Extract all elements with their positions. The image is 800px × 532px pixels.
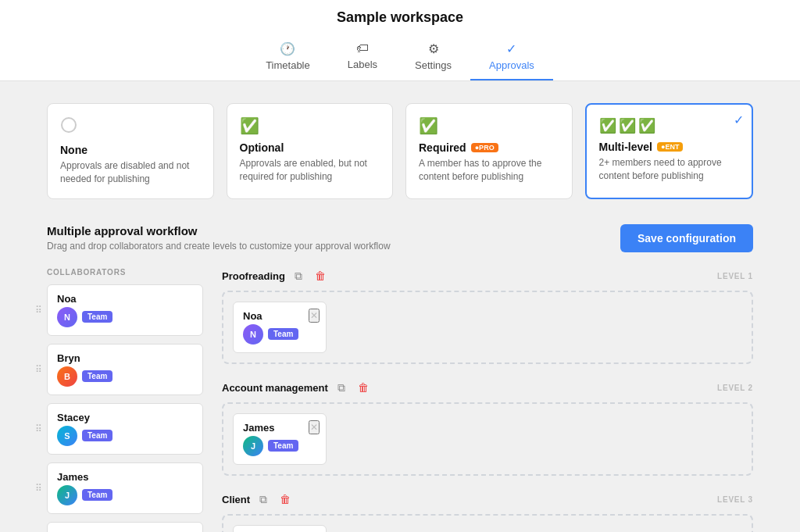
- check-icon-1: ✅: [599, 117, 616, 134]
- level-1-avatar-noa: N: [243, 324, 263, 345]
- level-1-member-noa-close[interactable]: ✕: [309, 309, 320, 323]
- svg-point-0: [62, 118, 76, 132]
- workflow-title: Multiple approval workflow: [47, 224, 391, 237]
- approval-card-required[interactable]: ✅ Required ●PRO A member has to approve …: [405, 103, 573, 199]
- avatar-bryn: B: [57, 366, 77, 387]
- level-1-delete-button[interactable]: 🗑: [312, 268, 329, 284]
- tab-approvals[interactable]: ✓ Approvals: [470, 35, 553, 80]
- collaborator-bryn[interactable]: ⠿ Bryn B Team: [47, 344, 203, 395]
- level-2-tag-james: Team: [268, 440, 298, 452]
- tag-bryn: Team: [82, 370, 112, 382]
- level-3-copy-button[interactable]: ⧉: [256, 491, 270, 508]
- workflow-header: Multiple approval workflow Drag and drop…: [47, 224, 753, 252]
- approval-card-multilevel[interactable]: ✓ ✅ ✅ ✅ Multi-level ●ENT 2+ members need…: [585, 103, 754, 199]
- collab-name-bryn: Bryn: [57, 352, 112, 364]
- settings-icon: ⚙: [428, 41, 439, 56]
- avatar-noa: N: [57, 307, 77, 327]
- level-1-title: Proofreading: [222, 270, 285, 282]
- top-bar: Sample workspace 🕐 Timetable 🏷 Labels ⚙ …: [0, 0, 800, 81]
- collaborator-stacey[interactable]: ⠿ Stacey S Team: [47, 403, 203, 455]
- approvals-icon: ✓: [506, 41, 516, 56]
- level-1-section: Proofreading ⧉ 🗑 LEVEL 1 ✕ Noa N Team: [222, 268, 753, 364]
- drag-handle-bryn[interactable]: ⠿: [35, 364, 42, 375]
- level-1-label: LEVEL 1: [717, 272, 753, 280]
- tab-timetable-label: Timetable: [266, 59, 310, 71]
- level-1-copy-button[interactable]: ⧉: [291, 268, 305, 284]
- level-1-member-noa-name: Noa: [243, 310, 298, 322]
- drag-handle-james[interactable]: ⠿: [35, 483, 42, 494]
- level-3-delete-button[interactable]: 🗑: [277, 491, 294, 507]
- tab-approvals-label: Approvals: [489, 59, 534, 71]
- main-content: None Approvals are disabled and not need…: [0, 81, 800, 532]
- tag-noa: Team: [82, 311, 112, 323]
- level-2-label: LEVEL 2: [717, 384, 753, 392]
- drag-handle-noa[interactable]: ⠿: [35, 305, 42, 316]
- tab-settings[interactable]: ⚙ Settings: [396, 35, 470, 80]
- approval-card-none[interactable]: None Approvals are disabled and not need…: [47, 103, 214, 199]
- timetable-icon: 🕐: [280, 41, 295, 56]
- multilevel-desc: 2+ members need to approve content befor…: [599, 156, 740, 183]
- avatar-stacey: S: [57, 426, 77, 446]
- level-3-title: Client: [222, 494, 250, 505]
- level-3-member-nora: ✕ Nora N Client: [233, 525, 327, 532]
- level-2-header: Account management ⧉ 🗑 LEVEL 2: [222, 380, 753, 396]
- check-icon-2: ✅: [619, 117, 636, 134]
- level-2-title: Account management: [222, 382, 328, 394]
- none-icon: [60, 116, 201, 137]
- level-3-section: Client ⧉ 🗑 LEVEL 3 ✕ Nora N Client: [222, 491, 753, 532]
- page-title: Sample workspace: [0, 9, 800, 26]
- collaborator-nora[interactable]: ⠿ Nora N Client: [47, 522, 203, 532]
- tab-labels[interactable]: 🏷 Labels: [329, 35, 396, 80]
- level-2-member-james-name: James: [243, 422, 298, 434]
- multilevel-selected-check: ✓: [734, 112, 744, 127]
- levels-column: Proofreading ⧉ 🗑 LEVEL 1 ✕ Noa N Team: [222, 268, 753, 532]
- tab-settings-label: Settings: [415, 59, 452, 71]
- level-3-header: Client ⧉ 🗑 LEVEL 3: [222, 491, 753, 508]
- optional-icon: ✅: [240, 116, 380, 135]
- multilevel-icons: ✅ ✅ ✅: [599, 117, 740, 134]
- level-1-tag-noa: Team: [268, 328, 298, 340]
- tab-labels-label: Labels: [348, 59, 377, 70]
- level-2-member-james-close[interactable]: ✕: [309, 420, 320, 434]
- level-2-member-james: ✕ James J Team: [233, 413, 327, 465]
- labels-icon: 🏷: [356, 41, 369, 55]
- collaborators-column: COLLABORATORS ⠿ Noa N Team ⠿ Bryn B: [47, 268, 203, 532]
- tab-timetable[interactable]: 🕐 Timetable: [247, 35, 329, 80]
- level-1-drop-zone[interactable]: ✕ Noa N Team: [222, 291, 753, 364]
- multilevel-title: Multi-level ●ENT: [599, 141, 740, 153]
- none-title: None: [60, 144, 201, 156]
- level-1-member-noa: ✕ Noa N Team: [233, 302, 327, 353]
- check-icon-3: ✅: [638, 117, 655, 134]
- none-desc: Approvals are disabled and not needed fo…: [60, 159, 201, 186]
- tabs-container: 🕐 Timetable 🏷 Labels ⚙ Settings ✓ Approv…: [0, 35, 800, 80]
- collab-name-james: James: [57, 471, 112, 483]
- required-title: Required ●PRO: [419, 141, 559, 154]
- drag-handle-stacey[interactable]: ⠿: [35, 423, 42, 434]
- save-configuration-button[interactable]: Save configuration: [620, 224, 753, 252]
- collab-name-noa: Noa: [57, 293, 112, 305]
- collab-name-stacey: Stacey: [57, 412, 112, 423]
- optional-desc: Approvals are enabled, but not required …: [240, 157, 380, 184]
- approval-cards-row: None Approvals are disabled and not need…: [47, 103, 753, 199]
- ent-badge: ●ENT: [657, 142, 683, 152]
- level-1-header: Proofreading ⧉ 🗑 LEVEL 1: [222, 268, 753, 284]
- collaborator-james[interactable]: ⠿ James J Team: [47, 462, 203, 514]
- approval-card-optional[interactable]: ✅ Optional Approvals are enabled, but no…: [227, 103, 394, 199]
- level-2-delete-button[interactable]: 🗑: [355, 380, 372, 395]
- level-2-copy-button[interactable]: ⧉: [334, 380, 348, 396]
- workflow-info: Multiple approval workflow Drag and drop…: [47, 224, 391, 252]
- required-icon: ✅: [419, 116, 559, 135]
- collaborator-noa[interactable]: ⠿ Noa N Team: [47, 284, 203, 336]
- workflow-body: COLLABORATORS ⠿ Noa N Team ⠿ Bryn B: [47, 268, 753, 532]
- tag-stacey: Team: [82, 430, 112, 441]
- collaborators-label: COLLABORATORS: [47, 268, 203, 277]
- avatar-james: J: [57, 485, 77, 505]
- tag-james: Team: [82, 489, 112, 501]
- pro-badge: ●PRO: [471, 143, 498, 152]
- optional-title: Optional: [240, 141, 380, 154]
- level-2-section: Account management ⧉ 🗑 LEVEL 2 ✕ James J: [222, 380, 753, 476]
- level-3-label: LEVEL 3: [717, 495, 753, 504]
- level-2-avatar-james: J: [243, 436, 263, 456]
- level-2-drop-zone[interactable]: ✕ James J Team: [222, 402, 753, 476]
- level-3-drop-zone[interactable]: ✕ Nora N Client: [222, 514, 753, 532]
